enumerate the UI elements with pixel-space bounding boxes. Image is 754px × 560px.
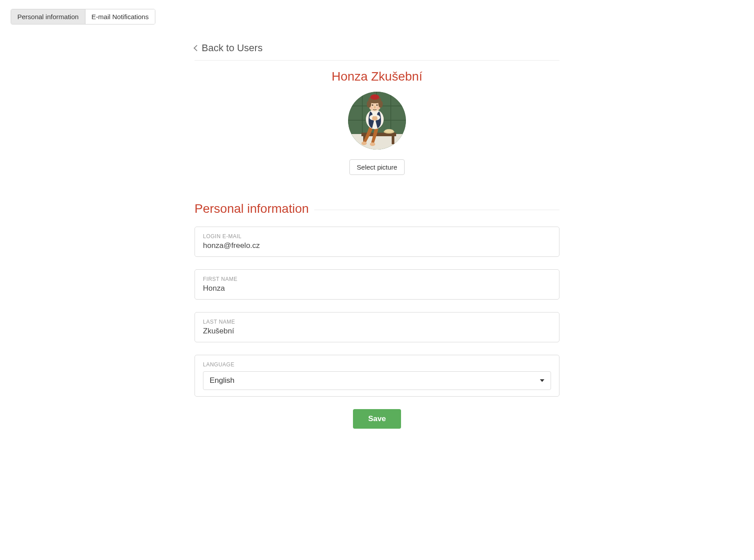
user-display-name: Honza Zkušební — [195, 69, 559, 84]
back-to-users-link[interactable]: Back to Users — [195, 42, 263, 60]
back-row: Back to Users — [195, 42, 559, 61]
section-header: Personal information — [195, 202, 559, 216]
save-button[interactable]: Save — [353, 409, 401, 429]
avatar — [348, 92, 406, 150]
language-label: LANGUAGE — [203, 361, 551, 368]
login-email-input[interactable] — [203, 241, 551, 250]
save-row: Save — [195, 409, 559, 429]
svg-point-28 — [370, 94, 379, 100]
caret-down-icon — [540, 379, 544, 382]
chevron-left-icon — [194, 45, 200, 51]
language-select[interactable]: English — [203, 371, 551, 390]
svg-point-21 — [370, 142, 375, 146]
svg-point-35 — [377, 107, 380, 109]
svg-point-20 — [361, 142, 367, 145]
svg-point-32 — [377, 105, 378, 106]
content: Back to Users Honza Zkušební — [195, 42, 559, 429]
avatar-image — [348, 92, 406, 150]
first-name-field[interactable]: FIRST NAME — [195, 269, 559, 300]
section-divider — [314, 210, 559, 210]
last-name-input[interactable] — [203, 327, 551, 336]
login-email-field[interactable]: LOGIN E-MAIL — [195, 227, 559, 257]
svg-point-31 — [372, 105, 373, 106]
svg-point-33 — [374, 106, 376, 109]
tab-personal-information[interactable]: Personal information — [11, 9, 85, 24]
first-name-label: FIRST NAME — [203, 276, 551, 282]
svg-point-19 — [385, 129, 393, 133]
svg-point-29 — [367, 101, 371, 108]
select-picture-button[interactable]: Select picture — [349, 159, 405, 175]
tab-email-notifications[interactable]: E-mail Notifications — [85, 9, 155, 24]
section-title: Personal information — [195, 202, 314, 216]
language-value: English — [210, 376, 235, 385]
language-field: LANGUAGE English — [195, 355, 559, 397]
svg-rect-14 — [348, 134, 406, 150]
first-name-input[interactable] — [203, 284, 551, 293]
svg-point-26 — [374, 116, 377, 121]
last-name-label: LAST NAME — [203, 319, 551, 325]
back-link-label: Back to Users — [202, 42, 263, 54]
login-email-label: LOGIN E-MAIL — [203, 233, 551, 239]
tabs: Personal information E-mail Notification… — [11, 9, 155, 24]
last-name-field[interactable]: LAST NAME — [195, 312, 559, 342]
svg-rect-17 — [392, 136, 394, 144]
svg-point-30 — [378, 101, 383, 108]
svg-point-34 — [370, 107, 373, 109]
user-header: Honza Zkušební — [195, 69, 559, 175]
